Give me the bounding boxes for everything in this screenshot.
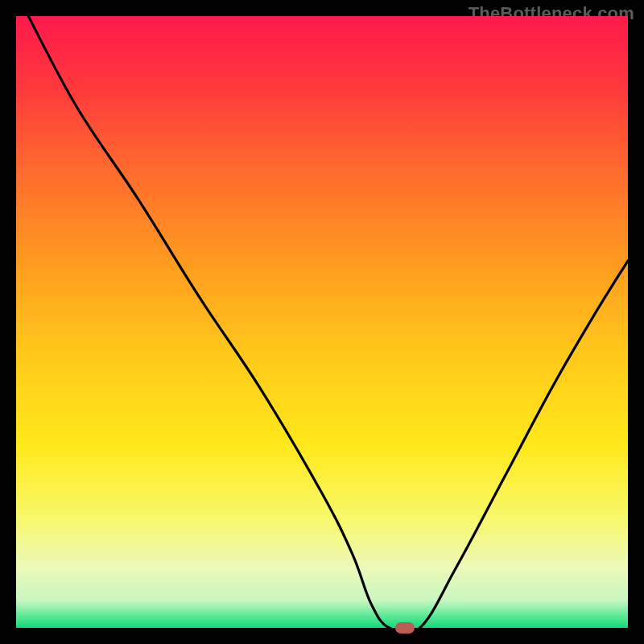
bottleneck-plot bbox=[16, 16, 628, 628]
chart-frame: TheBottleneck.com bbox=[0, 0, 644, 644]
plot-background bbox=[16, 16, 628, 628]
optimal-point-marker bbox=[395, 622, 415, 634]
